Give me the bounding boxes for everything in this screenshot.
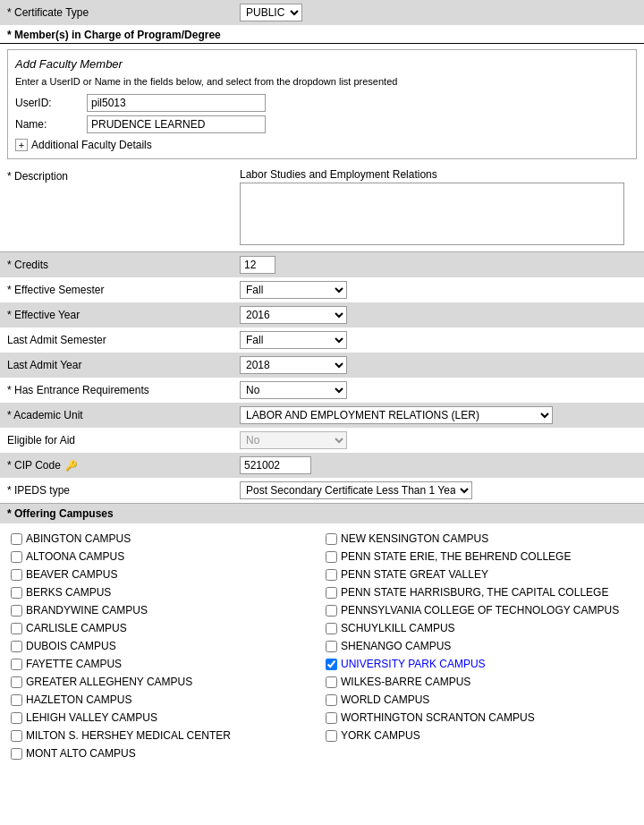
entrance-reqs-row: * Has Entrance Requirements No Yes <box>0 378 644 403</box>
campus-label: BRANDYWINE CAMPUS <box>26 604 148 617</box>
campus-checkbox[interactable] <box>326 712 337 724</box>
name-row: Name: <box>15 115 629 133</box>
academic-unit-row: * Academic Unit LABOR AND EMPLOYMENT REL… <box>0 403 644 428</box>
campus-checkbox[interactable] <box>11 641 22 652</box>
campus-item-right: PENN STATE GREAT VALLEY <box>322 566 637 583</box>
campus-item-right: PENN STATE ERIE, THE BEHREND COLLEGE <box>322 549 637 565</box>
campus-checkbox[interactable] <box>326 641 337 652</box>
campus-label: PENN STATE ERIE, THE BEHREND COLLEGE <box>341 550 571 563</box>
effective-semester-select[interactable]: Fall Spring Summer <box>240 281 347 299</box>
campus-item-right: SHENANGO CAMPUS <box>322 638 637 654</box>
campus-grid: ABINGTON CAMPUSNEW KENSINGTON CAMPUSALTO… <box>7 527 637 765</box>
userid-label: UserID: <box>15 97 87 109</box>
credits-label: * Credits <box>7 259 240 271</box>
form-section: * Certificate Type PUBLIC * Member(s) in… <box>0 0 644 769</box>
cert-type-value: PUBLIC <box>240 4 637 21</box>
campus-label: WILKES-BARRE CAMPUS <box>341 676 470 688</box>
campus-checkbox[interactable] <box>11 533 22 545</box>
academic-unit-label: * Academic Unit <box>7 409 240 421</box>
campus-checkbox[interactable] <box>326 676 337 688</box>
description-row: * Description Labor Studies and Employme… <box>0 165 644 251</box>
last-admit-semester-row: Last Admit Semester Fall Spring Summer <box>0 327 644 353</box>
cip-code-input[interactable] <box>240 456 311 474</box>
campus-checkbox[interactable] <box>11 605 22 617</box>
campus-item-left: BRANDYWINE CAMPUS <box>7 602 322 618</box>
campus-checkbox[interactable] <box>11 659 22 670</box>
entrance-reqs-value: No Yes <box>240 381 637 399</box>
campus-item-left: BERKS CAMPUS <box>7 584 322 600</box>
cip-code-value <box>240 456 637 474</box>
eligible-aid-value: No Yes <box>240 431 637 449</box>
campus-label: WORLD CAMPUS <box>341 693 429 706</box>
campus-label: GREATER ALLEGHENY CAMPUS <box>26 676 192 688</box>
campus-item-left: HAZLETON CAMPUS <box>7 692 322 708</box>
effective-year-value: 2016 2017 2018 2019 2020 <box>240 306 637 324</box>
campus-checkbox[interactable] <box>326 569 337 581</box>
effective-year-row: * Effective Year 2016 2017 2018 2019 202… <box>0 302 644 327</box>
campus-item-right: NEW KENSINGTON CAMPUS <box>322 531 637 547</box>
name-input[interactable] <box>87 115 266 133</box>
campus-checkbox[interactable] <box>326 533 337 545</box>
campus-checkbox[interactable] <box>11 551 22 563</box>
eligible-aid-select[interactable]: No Yes <box>240 431 347 449</box>
cip-code-label: * CIP Code 🔑 <box>7 459 240 472</box>
campus-label: HAZLETON CAMPUS <box>26 693 131 706</box>
ipeds-type-select[interactable]: Post Secondary Certificate Less Than 1 Y… <box>240 481 472 499</box>
last-admit-year-label: Last Admit Year <box>7 359 240 371</box>
campus-label: UNIVERSITY PARK CAMPUS <box>341 658 486 670</box>
name-input-wrap <box>87 115 266 133</box>
last-admit-year-value: 2018 2019 2020 2021 <box>240 356 637 374</box>
campus-checkbox[interactable] <box>11 748 22 760</box>
campuses-section: ABINGTON CAMPUSNEW KENSINGTON CAMPUSALTO… <box>0 523 644 769</box>
offering-campuses-header: * Offering Campuses <box>0 503 644 523</box>
entrance-reqs-label: * Has Entrance Requirements <box>7 384 240 396</box>
campus-checkbox[interactable] <box>326 730 337 742</box>
campus-checkbox[interactable] <box>326 605 337 617</box>
campus-checkbox[interactable] <box>11 712 22 724</box>
ipeds-type-row: * IPEDS type Post Secondary Certificate … <box>0 478 644 503</box>
userid-input[interactable] <box>87 94 266 112</box>
campus-label: MONT ALTO CAMPUS <box>26 747 136 760</box>
campus-label: CARLISLE CAMPUS <box>26 622 127 634</box>
last-admit-year-row: Last Admit Year 2018 2019 2020 2021 <box>0 353 644 378</box>
effective-year-select[interactable]: 2016 2017 2018 2019 2020 <box>240 306 347 324</box>
campus-item-left: MONT ALTO CAMPUS <box>7 745 322 761</box>
campus-label: ABINGTON CAMPUS <box>26 532 131 545</box>
campus-checkbox[interactable] <box>326 551 337 563</box>
campus-checkbox[interactable] <box>11 587 22 599</box>
campus-checkbox[interactable] <box>11 676 22 688</box>
userid-input-wrap <box>87 94 266 112</box>
campus-item-right: SCHUYLKILL CAMPUS <box>322 620 637 636</box>
campus-label: WORTHINGTON SCRANTON CAMPUS <box>341 711 535 724</box>
campus-checkbox[interactable] <box>11 569 22 581</box>
ipeds-type-label: * IPEDS type <box>7 484 240 497</box>
cert-type-label: * Certificate Type <box>7 6 240 19</box>
campus-checkbox[interactable] <box>11 623 22 634</box>
name-label: Name: <box>15 118 87 131</box>
faculty-hint: Enter a UserID or Name in the fields bel… <box>15 76 629 87</box>
campus-checkbox[interactable] <box>326 623 337 634</box>
campus-checkbox[interactable] <box>11 730 22 742</box>
description-textarea[interactable] <box>240 183 624 245</box>
campus-label: SHENANGO CAMPUS <box>341 640 451 652</box>
campus-item-left: ALTOONA CAMPUS <box>7 549 322 565</box>
campus-checkbox[interactable] <box>326 587 337 599</box>
entrance-reqs-select[interactable]: No Yes <box>240 381 347 399</box>
campus-item-right: WORLD CAMPUS <box>322 692 637 708</box>
academic-unit-select[interactable]: LABOR AND EMPLOYMENT RELATIONS (LER) <box>240 406 553 424</box>
campus-item-left: FAYETTE CAMPUS <box>7 656 322 672</box>
campus-checkbox[interactable] <box>326 694 337 706</box>
last-admit-year-select[interactable]: 2018 2019 2020 2021 <box>240 356 347 374</box>
cert-type-select[interactable]: PUBLIC <box>240 4 302 21</box>
key-icon: 🔑 <box>65 460 78 472</box>
campus-label: DUBOIS CAMPUS <box>26 640 116 652</box>
last-admit-semester-select[interactable]: Fall Spring Summer <box>240 331 347 349</box>
eligible-aid-label: Eligible for Aid <box>7 434 240 447</box>
campus-checkbox[interactable] <box>326 659 337 670</box>
cip-code-row: * CIP Code 🔑 <box>0 453 644 478</box>
description-header: Labor Studies and Employment Relations <box>240 168 637 181</box>
campus-checkbox[interactable] <box>11 694 22 706</box>
credits-input[interactable] <box>240 256 275 274</box>
campus-label: SCHUYLKILL CAMPUS <box>341 622 455 634</box>
additional-faculty-toggle[interactable]: + Additional Faculty Details <box>15 139 629 151</box>
